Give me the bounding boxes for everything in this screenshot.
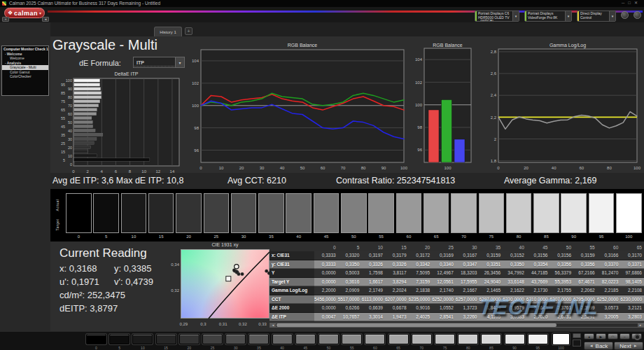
table-row-8: ΔE ITP0,004710,76573,30141,94732,40252,8…	[270, 313, 644, 322]
pattern-swatch-number: 55	[342, 346, 362, 350]
toolbar-knob-button-2[interactable]	[634, 11, 641, 19]
sidebar-add-button[interactable]: +	[2, 17, 9, 22]
pattern-option-button[interactable]	[573, 333, 581, 338]
sidebar-item-colorchecker[interactable]: ColorChecker	[2, 74, 48, 78]
svg-text:98: 98	[417, 125, 422, 130]
table-column-header: 5	[338, 244, 362, 251]
scroll-left-icon[interactable]: ◄	[270, 323, 276, 327]
session-tabstrip: History 1 +	[50, 22, 644, 36]
pattern-swatch-button-50[interactable]	[318, 334, 339, 344]
grayscale-swatch-10	[121, 193, 147, 233]
table-cell: 2,2062	[573, 286, 597, 295]
de-formula-label: dE Formula:	[79, 59, 121, 67]
grayscale-swatch-label: 75	[479, 234, 505, 239]
minus-button[interactable]: −	[620, 333, 630, 340]
pattern-swatch-number: 95	[528, 346, 548, 350]
pattern-swatch-button-25[interactable]	[202, 334, 223, 344]
probe-icon: ◠	[611, 335, 614, 339]
black-pattern-swatch[interactable]	[573, 340, 581, 346]
svg-text:60: 60	[68, 112, 72, 116]
sidebar-pin-button[interactable]: ◄	[42, 17, 49, 22]
svg-text:2,6: 2,6	[491, 71, 497, 76]
maximize-icon[interactable]: □	[628, 1, 634, 5]
table-cell: 0,3320	[338, 251, 362, 260]
table-cell: 0,3197	[361, 251, 385, 260]
table-column-header: 0	[314, 244, 338, 251]
pattern-swatch-button-100[interactable]	[552, 333, 570, 345]
device-button-label: Portrait Displays C6 HDR5000 OLED TV - (…	[477, 11, 512, 21]
pattern-swatch-button-65[interactable]	[388, 334, 409, 344]
table-row-label: Gamma Log/Log	[270, 286, 314, 295]
pattern-swatch-button-35[interactable]	[248, 334, 269, 344]
pattern-swatch-button-20[interactable]	[179, 334, 200, 344]
scrollbar-thumb[interactable]	[276, 323, 556, 327]
stat-avg-cct: Avg CCT: 6210	[227, 176, 286, 186]
pattern-swatch-button-0[interactable]	[86, 334, 106, 344]
calman-menu-button[interactable]: ❖ calman ▾	[4, 8, 45, 18]
table-cell: 0,3356	[550, 260, 573, 270]
pattern-swatch-button-55[interactable]	[342, 334, 362, 344]
pattern-swatch-button-30[interactable]	[225, 334, 246, 344]
svg-text:100: 100	[444, 166, 451, 170]
tab-history-1[interactable]: History 1	[154, 27, 182, 36]
grayscale-swatch-label: 45	[314, 234, 340, 239]
pattern-swatch-button-45[interactable]	[295, 334, 316, 344]
table-cell: 0,3356	[573, 260, 597, 270]
pattern-swatch-button-60[interactable]	[365, 334, 385, 344]
device-button-1[interactable]: Portrait Displays C6 HDR5000 OLED TV - (…	[475, 10, 519, 22]
device-button-3[interactable]: Direct Display Control▾	[577, 10, 616, 22]
svg-text:15: 15	[61, 150, 65, 154]
back-button[interactable]: ◄ Back	[584, 342, 613, 350]
svg-text:90: 90	[382, 166, 386, 170]
table-row-6: CCT5456,00005517,00006113,00006207,00006…	[270, 295, 644, 304]
pattern-swatch-button-85[interactable]	[481, 334, 501, 344]
pattern-swatch-button-95[interactable]	[528, 334, 548, 344]
grayscale-swatch-65	[424, 193, 449, 233]
pattern-swatch-button-75[interactable]	[435, 334, 455, 344]
svg-text:20: 20	[239, 166, 244, 170]
grayscale-swatch-40	[286, 193, 312, 233]
record-button[interactable]: ●	[584, 333, 594, 340]
pattern-swatch-button-90[interactable]	[505, 334, 525, 344]
table-row-label: CCT	[270, 295, 314, 304]
grayscale-swatch-0	[66, 193, 92, 233]
tree-expander-icon[interactable]: -	[5, 52, 6, 56]
svg-text:70: 70	[68, 104, 72, 108]
table-cell: 0,3179	[385, 251, 409, 260]
device-button-2[interactable]: Portrait Displays VideoForge Pro 8K▾	[524, 10, 572, 22]
close-icon[interactable]: ✕	[634, 1, 641, 5]
table-scrollbar[interactable]: ◄ ►	[270, 323, 644, 328]
toolbar-knob-button-1[interactable]	[621, 11, 629, 19]
app-icon	[2, 1, 6, 6]
table-cell: 82,0223	[597, 278, 621, 287]
calman-logo-text: calman	[14, 10, 38, 17]
pattern-swatch-button-10[interactable]	[132, 334, 153, 344]
minimize-icon[interactable]: ─	[622, 1, 628, 5]
next-button[interactable]: Next ►	[614, 342, 643, 350]
table-column-header: 55	[573, 244, 597, 251]
play-button[interactable]: ▶	[596, 333, 606, 340]
target-row-label: Target	[55, 212, 60, 237]
table-column-header: 25	[432, 244, 456, 251]
back-arrow-icon: ◄	[589, 344, 594, 348]
svg-text:40: 40	[68, 129, 72, 133]
tree-expander-icon[interactable]: -	[5, 61, 6, 65]
table-row-label: Y	[270, 269, 314, 278]
probe-button[interactable]: ◠	[608, 333, 618, 340]
pattern-swatch-button-40[interactable]	[272, 334, 293, 344]
rgb-balance-line-chart: RGB Balance10410210098960102030405060708…	[185, 41, 407, 176]
status-led	[634, 334, 640, 340]
scroll-right-icon[interactable]: ►	[638, 323, 643, 327]
svg-text:85: 85	[61, 91, 65, 95]
pattern-swatch-button-5[interactable]	[109, 334, 130, 344]
svg-text:102: 102	[415, 80, 423, 85]
table-cell: 0,3169	[432, 251, 456, 260]
pattern-swatch-button-70[interactable]	[412, 334, 432, 344]
pattern-swatch-button-80[interactable]	[458, 334, 478, 344]
table-column-header: 30	[456, 244, 479, 251]
bottom-control-bar: 0510152025303540455055606570758085909510…	[0, 331, 644, 350]
de-formula-dropdown[interactable]: ITP ▾	[133, 57, 185, 68]
add-tab-button[interactable]: +	[185, 27, 192, 35]
pattern-swatch-button-15[interactable]	[156, 334, 176, 344]
pattern-swatch-number: 60	[365, 346, 385, 350]
